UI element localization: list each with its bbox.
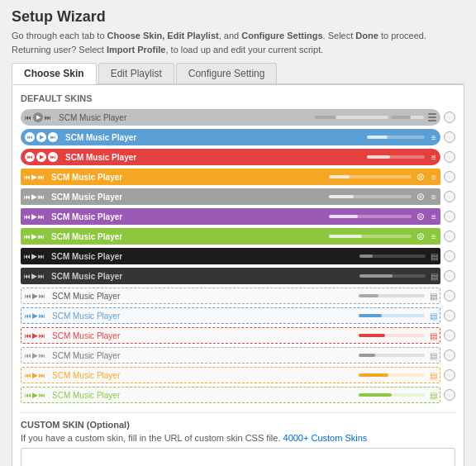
skin-player-1[interactable]: ⏮ ▶ ⏭ SCM Music Player ≡ <box>21 129 440 145</box>
skin-row: ⏮ ▶ ⏭ SCM Music Player <box>21 108 455 126</box>
setup-description: Go through each tab to Choose Skin, Edit… <box>12 29 464 56</box>
custom-skins-link[interactable]: 4000+ Custom Skins <box>283 433 368 443</box>
main-panel: DEFAULT SKINS ⏮ ▶ ⏭ SCM Music Player <box>12 84 464 466</box>
skin-row: ⏮ ▶ ⏭ SCM Music Player ≡ <box>21 128 455 146</box>
skin-radio-10[interactable] <box>444 310 455 321</box>
skin-name-12: SCM Music Player <box>49 351 356 360</box>
skin-row: ⏮ ▶ ⏭ SCM Music Player ⊜ ≡ <box>21 227 455 245</box>
skin-name-0: SCM Music Player <box>55 113 312 122</box>
skin-player-8[interactable]: ⏮ ▶ ⏭ SCM Music Player ▤ <box>21 268 440 284</box>
skin-radio-6[interactable] <box>444 231 455 242</box>
tab-edit-playlist[interactable]: Edit Playlist <box>98 63 174 83</box>
skin-radio-12[interactable] <box>444 350 455 361</box>
desc-line1: Go through each tab to Choose Skin, Edit… <box>12 31 426 40</box>
skin-radio-13[interactable] <box>444 369 455 381</box>
skin-name-6: SCM Music Player <box>48 232 326 241</box>
skin-player-10[interactable]: ⏮ ▶ ⏭ SCM Music Player ▤ <box>21 307 440 324</box>
skin-row: ⏮ ▶ ⏭ SCM Music Player ⊜ ≡ <box>21 168 455 186</box>
skin-row: ⏮ ▶ ⏭ SCM Music Player ▤ <box>21 346 455 364</box>
skin-row: ⏮ ▶ ⏭ SCM Music Player ▤ <box>21 326 455 345</box>
skin-name-14: SCM Music Player <box>49 391 356 400</box>
tab-choose-skin[interactable]: Choose Skin <box>12 63 97 84</box>
custom-skin-desc: If you have a custom skin, fill in the U… <box>21 433 455 443</box>
skin-row: ⏮ ▶ ⏭ SCM Music Player ▤ <box>21 247 455 265</box>
page-wrapper: Setup Wizard Go through each tab to Choo… <box>0 0 476 466</box>
page-title: Setup Wizard <box>12 8 464 26</box>
skin-radio-7[interactable] <box>444 250 455 262</box>
skin-row: ⏮ ▶ ⏭ SCM Music Player ▤ <box>21 267 455 285</box>
skin-player-13[interactable]: ⏮ ▶ ⏭ SCM Music Player ▤ <box>21 367 440 383</box>
skin-player-4[interactable]: ⏮ ▶ ⏭ SCM Music Player ⊜ ≡ <box>21 188 440 205</box>
skin-name-13: SCM Music Player <box>49 371 356 380</box>
skin-radio-1[interactable] <box>444 131 455 143</box>
skin-player-12[interactable]: ⏮ ▶ ⏭ SCM Music Player ▤ <box>21 347 440 364</box>
skin-name-11: SCM Music Player <box>49 331 356 340</box>
skin-name-9: SCM Music Player <box>49 292 356 301</box>
skin-row: ⏮ ▶ ⏭ SCM Music Player ≡ <box>21 148 455 166</box>
skin-list: ⏮ ▶ ⏭ SCM Music Player <box>21 108 455 404</box>
skin-name-4: SCM Music Player <box>48 193 326 202</box>
skin-player-0[interactable]: ⏮ ▶ ⏭ SCM Music Player <box>21 109 440 126</box>
skin-name-2: SCM Music Player <box>62 153 364 162</box>
skin-player-11[interactable]: ⏮ ▶ ⏭ SCM Music Player ▤ <box>21 327 440 344</box>
custom-skin-input[interactable] <box>21 448 455 466</box>
skin-player-6[interactable]: ⏮ ▶ ⏭ SCM Music Player ⊜ ≡ <box>21 228 440 245</box>
skin-player-3[interactable]: ⏮ ▶ ⏭ SCM Music Player ⊜ ≡ <box>21 169 440 185</box>
skin-player-9[interactable]: ⏮ ▶ ⏭ SCM Music Player ▤ <box>21 288 440 304</box>
skin-name-10: SCM Music Player <box>49 311 356 321</box>
skin-radio-0[interactable] <box>444 112 455 123</box>
skin-name-5: SCM Music Player <box>48 212 326 221</box>
skin-name-1: SCM Music Player <box>62 133 364 142</box>
skin-radio-3[interactable] <box>444 171 455 183</box>
skin-row: ⏮ ▶ ⏭ SCM Music Player ▤ <box>21 287 455 305</box>
skin-row: ⏮ ▶ ⏭ SCM Music Player ▤ <box>21 307 455 325</box>
skin-name-7: SCM Music Player <box>48 252 357 261</box>
skin-radio-8[interactable] <box>444 270 455 282</box>
desc-line2: Returning user? Select Import Profile, t… <box>12 45 323 55</box>
skin-radio-2[interactable] <box>444 151 455 163</box>
skin-radio-11[interactable] <box>444 330 455 341</box>
custom-skin-section: CUSTOM SKIN (Optional) If you have a cus… <box>21 412 455 466</box>
skin-radio-5[interactable] <box>444 211 455 222</box>
skin-row: ⏮ ▶ ⏭ SCM Music Player ⊜ ≡ <box>21 188 455 206</box>
skin-name-3: SCM Music Player <box>48 173 326 182</box>
skin-row: ⏮ ▶ ⏭ SCM Music Player ⊜ ≡ <box>21 207 455 226</box>
tab-bar: Choose Skin Edit Playlist Configure Sett… <box>12 63 464 84</box>
skin-player-14[interactable]: ⏮ ▶ ⏭ SCM Music Player ▤ <box>21 387 440 403</box>
skin-row: ⏮ ▶ ⏭ SCM Music Player ▤ <box>21 386 455 404</box>
skin-player-2[interactable]: ⏮ ▶ ⏭ SCM Music Player ≡ <box>21 149 440 165</box>
default-skins-label: DEFAULT SKINS <box>21 93 455 103</box>
skin-player-7[interactable]: ⏮ ▶ ⏭ SCM Music Player ▤ <box>21 248 440 264</box>
skin-radio-9[interactable] <box>444 290 455 302</box>
skin-name-8: SCM Music Player <box>48 272 357 281</box>
skin-radio-14[interactable] <box>444 389 455 401</box>
custom-skin-label: CUSTOM SKIN (Optional) <box>21 420 455 430</box>
custom-desc-text: If you have a custom skin, fill in the U… <box>21 433 280 443</box>
skin-player-5[interactable]: ⏮ ▶ ⏭ SCM Music Player ⊜ ≡ <box>21 208 440 225</box>
skin-row: ⏮ ▶ ⏭ SCM Music Player ▤ <box>21 366 455 384</box>
skin-radio-4[interactable] <box>444 191 455 202</box>
tab-configure-setting[interactable]: Configure Setting <box>176 63 278 83</box>
